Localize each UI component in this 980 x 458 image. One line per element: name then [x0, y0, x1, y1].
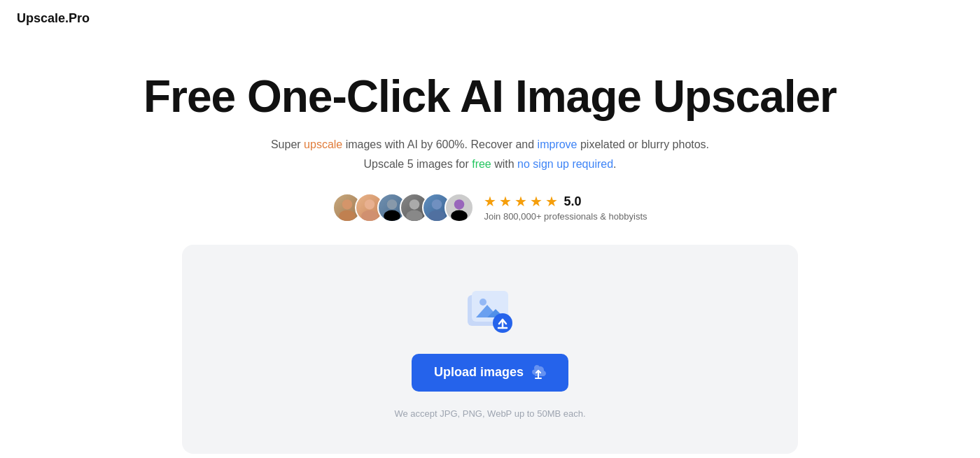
star-2: ★	[499, 193, 512, 210]
star-4: ★	[530, 193, 542, 210]
rating-info: ★ ★ ★ ★ ★ 5.0 Join 800,000+ professional…	[484, 193, 647, 222]
subtitle: Super upscale images with AI by 600%. Re…	[271, 135, 709, 173]
svg-point-10	[454, 199, 464, 209]
svg-point-4	[387, 199, 397, 209]
upload-cloud-icon	[531, 365, 546, 380]
main-content: Free One-Click AI Image Upscaler Super u…	[0, 37, 980, 454]
svg-point-5	[384, 210, 401, 221]
star-3: ★	[514, 193, 527, 210]
star-5: ★	[545, 193, 558, 210]
svg-point-3	[362, 210, 379, 221]
navbar: Upscale.Pro	[0, 0, 980, 37]
svg-point-11	[451, 210, 468, 221]
subtitle-highlight-free: free	[472, 158, 491, 170]
upload-area: Upload images We accept JPG, PNG, WebP u…	[182, 245, 798, 454]
subtitle-highlight-upscale: upscale	[304, 138, 342, 150]
star-1: ★	[484, 193, 496, 210]
svg-point-2	[365, 199, 374, 209]
svg-point-1	[340, 210, 356, 221]
logo[interactable]: Upscale.Pro	[17, 11, 90, 26]
rating-number: 5.0	[564, 194, 581, 209]
upload-button-label: Upload images	[434, 365, 524, 380]
file-accept-text: We accept JPG, PNG, WebP up to 50MB each…	[394, 408, 585, 419]
avatar	[444, 193, 474, 222]
svg-point-7	[407, 210, 424, 221]
social-proof: ★ ★ ★ ★ ★ 5.0 Join 800,000+ professional…	[332, 193, 647, 222]
upload-illustration	[462, 287, 518, 337]
rating-label: Join 800,000+ professionals & hobbyists	[484, 211, 647, 222]
avatars-group	[332, 193, 474, 222]
svg-point-0	[342, 199, 352, 209]
upload-button[interactable]: Upload images	[412, 354, 568, 392]
svg-point-14	[479, 299, 486, 306]
subtitle-highlight-improve: improve	[538, 138, 578, 150]
svg-point-8	[432, 199, 442, 209]
svg-point-9	[429, 210, 446, 221]
page-title: Free One-Click AI Image Upscaler	[144, 72, 836, 121]
stars-row: ★ ★ ★ ★ ★ 5.0	[484, 193, 647, 210]
subtitle-highlight-no-signup: no sign up required	[517, 158, 613, 170]
svg-point-6	[410, 199, 419, 209]
